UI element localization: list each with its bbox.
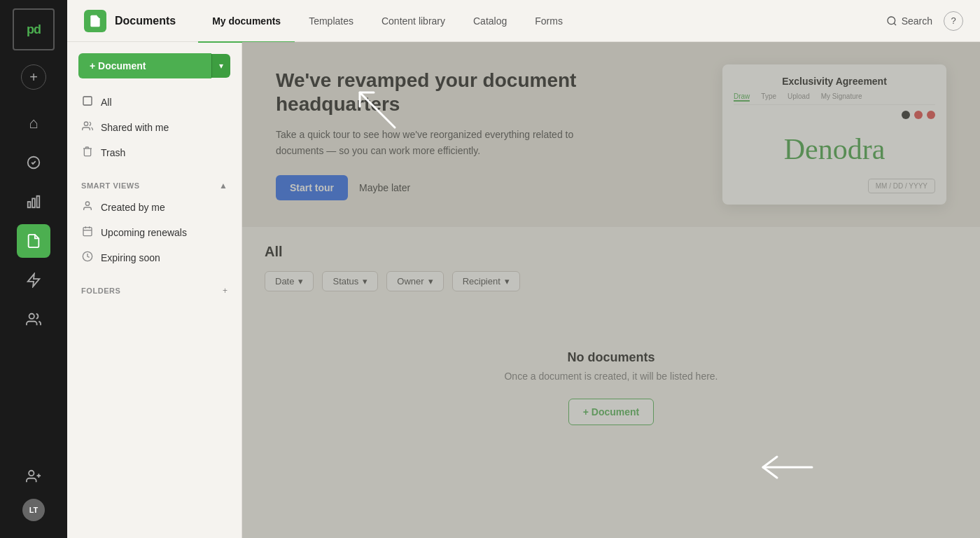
tab-my-documents[interactable]: My documents: [198, 1, 295, 43]
add-button[interactable]: +: [21, 64, 46, 90]
created-by-me-label: Created by me: [101, 202, 165, 213]
sidebar-shared-label: Shared with me: [101, 122, 169, 133]
svg-rect-14: [83, 228, 92, 236]
nav-icon-home[interactable]: ⌂: [17, 106, 50, 140]
svg-point-9: [888, 17, 895, 25]
tab-templates[interactable]: Templates: [295, 1, 368, 43]
trash-icon: [81, 146, 94, 160]
svg-point-6: [29, 471, 34, 476]
new-document-dropdown[interactable]: ▾: [211, 54, 230, 78]
tab-catalog[interactable]: Catalog: [459, 1, 521, 43]
avatar[interactable]: LT: [22, 499, 45, 521]
topnav: Documents My documents Templates Content…: [67, 0, 980, 42]
nav-icon-tasks[interactable]: [17, 146, 50, 179]
app-logo: pd: [13, 8, 55, 50]
sidebar-item-upcoming-renewals[interactable]: Upcoming renewals: [67, 220, 241, 245]
sidebar-new-btn: + Document ▾: [78, 53, 230, 78]
svg-point-12: [84, 122, 88, 125]
topnav-logo: [84, 10, 106, 32]
help-button[interactable]: ?: [944, 11, 963, 31]
smart-views-title: SMART VIEWS: [81, 181, 140, 190]
folders-add-button[interactable]: +: [223, 286, 227, 296]
overlay: [242, 42, 980, 538]
left-sidebar: + Document ▾ All: [67, 42, 242, 538]
app-title: Documents: [115, 15, 176, 27]
shared-icon: [81, 120, 94, 134]
new-document-button[interactable]: + Document: [78, 53, 211, 78]
smart-views-header: SMART VIEWS ▲: [67, 174, 241, 195]
upcoming-renewals-icon: [81, 226, 94, 240]
folders-header: FOLDERS +: [67, 279, 241, 300]
main-panel: We've revamped your document headquarter…: [242, 42, 980, 538]
smart-views-toggle[interactable]: ▲: [219, 181, 227, 191]
sidebar-trash-label: Trash: [101, 147, 125, 158]
tab-forms[interactable]: Forms: [521, 1, 577, 43]
search-button[interactable]: Search: [886, 15, 932, 27]
svg-point-5: [29, 314, 34, 319]
logo-text: pd: [27, 22, 41, 37]
nav-icon-contacts[interactable]: [17, 303, 50, 336]
sidebar-item-created-by-me[interactable]: Created by me: [67, 195, 241, 220]
sidebar-all-label: All: [101, 97, 112, 108]
folders-section: FOLDERS +: [67, 279, 241, 308]
svg-rect-1: [28, 202, 31, 207]
svg-rect-2: [32, 198, 35, 207]
icon-nav: ⌂: [17, 106, 50, 460]
smart-views-section: SMART VIEWS ▲ Created by me: [67, 174, 241, 279]
main-wrapper: Documents My documents Templates Content…: [67, 0, 980, 538]
expiring-soon-icon: [81, 251, 94, 265]
all-icon: [81, 95, 94, 109]
icon-sidebar-bottom: LT: [17, 460, 50, 530]
svg-rect-11: [83, 97, 92, 105]
add-user-button[interactable]: [17, 460, 50, 493]
sidebar-item-trash[interactable]: Trash: [67, 140, 241, 165]
svg-line-10: [894, 23, 896, 25]
upcoming-renewals-label: Upcoming renewals: [101, 227, 187, 238]
search-label: Search: [902, 15, 932, 27]
topnav-right: Search ?: [886, 11, 963, 31]
tab-content-library[interactable]: Content library: [368, 1, 459, 43]
svg-marker-4: [28, 274, 40, 287]
nav-icon-lightning[interactable]: [17, 263, 50, 297]
created-by-me-icon: [81, 200, 94, 214]
content-area: + Document ▾ All: [67, 42, 980, 538]
nav-icon-analytics[interactable]: [17, 185, 50, 219]
expiring-soon-label: Expiring soon: [101, 252, 160, 263]
new-doc-label: + Document: [90, 60, 146, 71]
folders-title: FOLDERS: [81, 287, 120, 295]
sidebar-item-expiring-soon[interactable]: Expiring soon: [67, 245, 241, 270]
sidebar-item-shared[interactable]: Shared with me: [67, 115, 241, 140]
topnav-tabs: My documents Templates Content library C…: [198, 0, 886, 42]
svg-rect-3: [37, 196, 40, 208]
svg-point-13: [85, 202, 89, 205]
icon-sidebar: pd + ⌂: [0, 0, 67, 538]
sidebar-item-all[interactable]: All: [67, 90, 241, 115]
sidebar-nav-section: All Shared with me: [67, 90, 241, 174]
nav-icon-documents[interactable]: [17, 224, 50, 258]
